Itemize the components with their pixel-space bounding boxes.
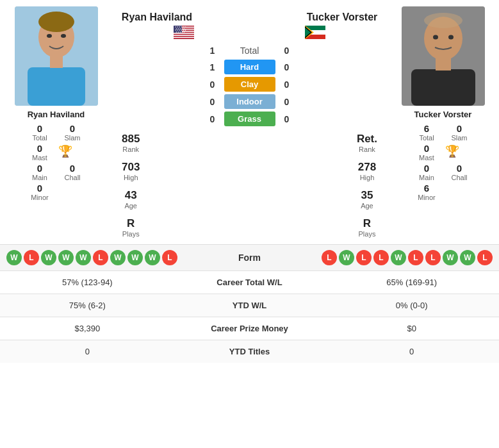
right-mast-value: 0 bbox=[424, 143, 429, 154]
right-main-stat: 0 Main bbox=[413, 163, 441, 181]
za-flag-icon bbox=[305, 26, 325, 39]
total-row: 1 Total 0 bbox=[119, 44, 380, 57]
grass-surface-btn[interactable]: Grass bbox=[224, 112, 275, 126]
player-left-name: Ryan Haviland bbox=[28, 110, 85, 119]
stats-left-value: $3,390 bbox=[0, 317, 175, 340]
form-label: Form bbox=[231, 253, 269, 263]
stats-label: YTD Titles bbox=[175, 340, 325, 363]
left-chall-value: 0 bbox=[70, 163, 75, 174]
clay-surface-btn[interactable]: Clay bbox=[224, 77, 275, 92]
hard-surface-btn[interactable]: Hard bbox=[224, 60, 275, 74]
right-mast-stat: 0 Mast bbox=[413, 143, 441, 162]
right-plays-value: R bbox=[363, 217, 371, 230]
right-main-label: Main bbox=[419, 174, 434, 181]
player-left-photo bbox=[15, 6, 98, 106]
left-form-badge-9: L bbox=[162, 250, 177, 265]
left-main-stat: 0 Main bbox=[26, 163, 54, 181]
main-container: Ryan Haviland 0 Total 0 Slam 0 Mast 🏆 0 bbox=[0, 0, 499, 448]
right-age-label: Age bbox=[361, 202, 373, 210]
left-form-badge-8: W bbox=[145, 250, 160, 265]
right-high-label: High bbox=[360, 174, 375, 181]
left-form-badge-7: W bbox=[127, 250, 143, 265]
left-plays-label: Plays bbox=[122, 230, 140, 238]
hard-surface-row: 1 Hard 0 bbox=[119, 60, 380, 74]
left-rank-value: 885 bbox=[122, 133, 140, 145]
right-high-block: 278 High bbox=[358, 161, 376, 181]
right-trophy-icon: 🏆 bbox=[445, 144, 474, 162]
stats-table-row: 0 YTD Titles 0 bbox=[0, 340, 499, 363]
left-minor-value: 0 bbox=[37, 183, 42, 194]
svg-rect-3 bbox=[28, 67, 85, 106]
total-label: Total bbox=[224, 46, 275, 56]
stats-right-value: 65% (169-91) bbox=[324, 271, 499, 294]
career-stats-table: 57% (123-94) Career Total W/L 65% (169-9… bbox=[0, 270, 499, 363]
center-info-left: 885 Rank 703 High 43 Age R Plays bbox=[122, 133, 140, 238]
names-row: Ryan Haviland Tucker Vorster bbox=[112, 6, 387, 23]
svg-rect-30 bbox=[436, 58, 451, 71]
left-age-block: 43 Age bbox=[124, 189, 137, 210]
grass-left-score: 0 bbox=[206, 114, 219, 124]
right-slam-stat: 0 Slam bbox=[445, 123, 474, 142]
right-mast-label: Mast bbox=[419, 154, 434, 162]
right-form-badge-9: L bbox=[477, 250, 493, 265]
right-age-value: 35 bbox=[361, 189, 373, 202]
svg-rect-13 bbox=[174, 37, 194, 38]
left-form-badge-0: W bbox=[6, 250, 22, 265]
right-rank-block: Ret. Rank bbox=[357, 133, 377, 153]
right-form-badges: LWLLWLLWWL bbox=[322, 250, 493, 265]
svg-point-31 bbox=[433, 35, 438, 40]
left-total-value: 0 bbox=[37, 123, 42, 134]
center-info-right: Ret. Rank 278 High 35 Age R Plays bbox=[357, 133, 377, 238]
right-rank-label: Rank bbox=[359, 145, 375, 153]
right-slam-label: Slam bbox=[451, 134, 467, 142]
svg-rect-4 bbox=[50, 55, 63, 68]
right-form-badge-7: W bbox=[443, 250, 458, 265]
players-section: Ryan Haviland 0 Total 0 Slam 0 Mast 🏆 0 bbox=[0, 0, 499, 244]
indoor-right-score: 0 bbox=[281, 97, 293, 107]
indoor-surface-row: 0 Indoor 0 bbox=[119, 94, 380, 109]
left-mast-value: 0 bbox=[37, 143, 42, 154]
right-form-badge-3: L bbox=[373, 250, 389, 265]
right-slam-value: 0 bbox=[457, 123, 462, 134]
right-form-badge-4: W bbox=[391, 250, 406, 265]
left-chall-label: Chall bbox=[64, 174, 80, 181]
stats-left-value: 57% (123-94) bbox=[0, 271, 175, 294]
left-form-badge-3: W bbox=[58, 250, 74, 265]
stats-right-value: 0 bbox=[324, 340, 499, 363]
right-minor-label: Minor bbox=[418, 194, 436, 201]
right-chall-label: Chall bbox=[451, 174, 467, 181]
stats-label: YTD W/L bbox=[175, 294, 325, 317]
player-left-section: Ryan Haviland 0 Total 0 Slam 0 Mast 🏆 0 bbox=[0, 6, 112, 238]
left-minor-label: Minor bbox=[31, 194, 49, 201]
svg-point-6 bbox=[61, 34, 66, 38]
right-form-badge-2: L bbox=[356, 250, 372, 265]
left-minor-stat: 0 Minor bbox=[26, 183, 54, 201]
left-slam-stat: 0 Slam bbox=[58, 123, 87, 142]
left-total-label: Total bbox=[32, 134, 47, 142]
left-age-value: 43 bbox=[125, 189, 137, 202]
stats-label: Career Prize Money bbox=[175, 317, 325, 340]
clay-surface-row: 0 Clay 0 bbox=[119, 77, 380, 92]
left-form-badge-5: L bbox=[93, 250, 108, 265]
indoor-left-score: 0 bbox=[206, 97, 219, 107]
right-chall-stat: 0 Chall bbox=[445, 163, 474, 181]
left-slam-label: Slam bbox=[64, 134, 80, 142]
left-trophy-icon: 🏆 bbox=[58, 144, 87, 162]
us-flag-icon: ★★★★★★ ★★★★★ ★★★★★★ ★★★★★ bbox=[174, 26, 194, 39]
clay-left-score: 0 bbox=[206, 79, 219, 90]
right-high-value: 278 bbox=[358, 161, 376, 174]
left-slam-value: 0 bbox=[70, 123, 75, 134]
center-info-row: 885 Rank 703 High 43 Age R Plays bbox=[112, 129, 387, 238]
right-form-badge-5: L bbox=[408, 250, 423, 265]
player-right-stats: 6 Total 0 Slam 0 Mast 🏆 0 Main 0 bbox=[413, 123, 474, 201]
stats-left-value: 0 bbox=[0, 340, 175, 363]
right-total-label: Total bbox=[419, 134, 434, 142]
right-form-badge-0: L bbox=[322, 250, 337, 265]
right-minor-value: 6 bbox=[424, 183, 429, 194]
indoor-surface-btn[interactable]: Indoor bbox=[224, 94, 275, 109]
center-stats-section: Ryan Haviland Tucker Vorster bbox=[112, 6, 387, 238]
left-rank-label: Rank bbox=[122, 145, 139, 153]
left-mast-stat: 0 Mast bbox=[26, 143, 54, 162]
svg-rect-29 bbox=[411, 69, 475, 106]
left-form-badges: WLWWWLWWWL bbox=[6, 250, 177, 265]
